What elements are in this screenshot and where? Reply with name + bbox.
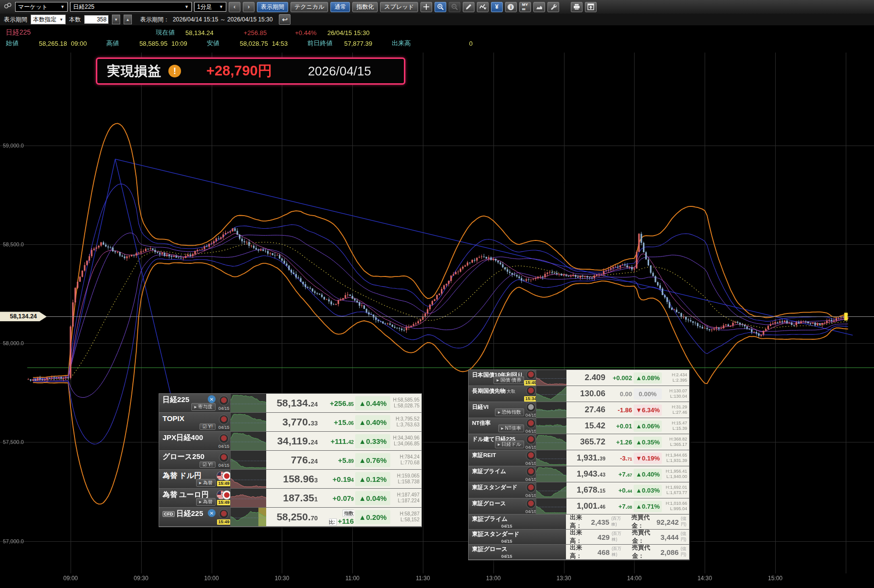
quote-list-item[interactable]: 為替 ドル円▸ 為替15:49158.963+0.194▲0.12%H:159.… — [159, 470, 421, 489]
zoom-out-button[interactable] — [449, 2, 460, 12]
quote-list-item[interactable]: CFD日経225✕15:4958,250.70指数比:+116▲0.20%H:5… — [159, 508, 421, 527]
row-time-label: 15:49 — [217, 481, 230, 486]
related-link-button[interactable]: ▸ 国債 債券 — [493, 376, 524, 384]
mini-sparkline — [536, 418, 566, 434]
yahoo-link-button[interactable]: ☑ Y! — [200, 423, 216, 430]
quote-list-item[interactable]: 東証グロース04/151,001.46+7.08▲0.71%H:1,010.66… — [469, 498, 689, 514]
quote-list-item[interactable]: 東証REIT04/151,931.39-3.71▼0.19%H:1,944.65… — [469, 450, 689, 466]
wrench-button[interactable] — [547, 2, 559, 12]
related-link-button[interactable]: ▸ NT倍率 — [498, 424, 524, 432]
related-link-button[interactable]: ▸ 恐怖指数 — [495, 408, 524, 416]
instrument-name-cell: NT倍率▸ NT倍率 — [469, 418, 526, 434]
interval-select[interactable]: 1分足▼ — [194, 2, 226, 12]
draw-pencil-button[interactable] — [463, 2, 474, 12]
volume-values: 出来高：468(百万株)売買代金：2,086(億円) — [566, 545, 689, 559]
market-select[interactable]: マーケット▼ — [15, 2, 68, 12]
instrument-name-cell: 長期国債先物大取 — [469, 386, 526, 402]
quote-list-item[interactable]: 東証スタンダード04/151,678.15+0.44▲0.03%H:1,692.… — [469, 482, 689, 498]
quote-list-item[interactable]: 東証プライム04/151,943.43+7.67▲0.40%H:1,956.41… — [469, 466, 689, 482]
nav-next-button[interactable]: › — [243, 2, 255, 12]
count-increment-button[interactable]: ▲ — [124, 15, 132, 24]
market-name-cell: 東証グロース04/15 — [469, 545, 566, 559]
toolbar-button-2[interactable]: テクニカル — [291, 2, 328, 12]
area-chart-button[interactable] — [533, 2, 545, 12]
mini-sparkline — [536, 450, 566, 466]
quote-list-item[interactable]: グロース250☑ Y!04/15776.24+5.89▲0.76%H:784.2… — [159, 451, 421, 470]
high-low-values: H:31.29L:27.46 — [663, 404, 689, 416]
toolbar-button-5[interactable]: スプレッド — [380, 2, 418, 12]
quote-list-item[interactable]: NT倍率▸ NT倍率04/1515.42+0.01▲0.06%H:15.47L:… — [469, 418, 689, 434]
last-price: 2.409 — [566, 373, 605, 383]
x-axis-label: 09:00 — [63, 575, 78, 582]
related-link-button[interactable]: ▸ 為替 — [196, 479, 216, 487]
last-price: 15.42 — [566, 421, 605, 431]
last-price: 58,250.70 — [266, 511, 318, 523]
high-low-values: H:1,944.65L:1,931.39 — [663, 453, 689, 464]
count-input[interactable] — [84, 15, 109, 24]
print-button[interactable] — [571, 2, 583, 12]
row-icon-cell: 04/15 — [218, 394, 230, 412]
trend-pointer-button[interactable] — [477, 2, 489, 12]
toolbar-button-1[interactable]: 表示期間 — [257, 2, 288, 12]
quote-list-item[interactable]: 長期国債先物大取15:34130.060.000.00%H:130.07L:13… — [469, 386, 689, 402]
link-icon[interactable] — [3, 2, 13, 12]
record-dot-icon — [526, 370, 536, 380]
turnover-value: 3,444 — [657, 533, 678, 541]
related-link-button[interactable]: ▸ 寄与度 — [191, 403, 216, 411]
turnover-value: 2,086 — [657, 548, 678, 556]
change-pct-badge: ▲0.20% — [355, 510, 390, 524]
instrument-name: 東証REIT — [472, 452, 496, 458]
quote-list-item[interactable]: TOPIX☑ Y!04/153,770.33+15.06▲0.40%H:3,79… — [159, 413, 421, 432]
zoom-in-button[interactable] — [435, 2, 446, 12]
change-pct-badge: ▲0.33% — [355, 434, 390, 448]
count-decrement-button[interactable]: ▼ — [112, 15, 120, 24]
period-mode-select[interactable]: 本数指定▼ — [31, 15, 66, 24]
instrument-name-cell: 日経VI▸ 恐怖指数 — [469, 402, 526, 418]
instrument-name-cell: 東証REIT — [469, 450, 526, 466]
nav-prev-button[interactable]: ‹ — [229, 2, 240, 12]
close-icon[interactable]: ✕ — [208, 395, 216, 403]
my-indicator-button[interactable]: MYᵻᵻᵻ — [519, 2, 531, 12]
instrument-name: JPX日経400 — [163, 433, 203, 441]
instrument-name-cell: 日経225▸ 寄与度✕ — [159, 394, 218, 412]
info-button[interactable]: i — [505, 2, 517, 12]
change-value: +1.26 — [605, 439, 632, 446]
toolbar-button-3[interactable]: 通常 — [330, 2, 350, 12]
related-link-button[interactable]: ▸ 日経ドル — [495, 441, 524, 448]
quote-list-item[interactable]: ドル建て日経225▸ 日経ドル04/15365.72+1.26▲0.35%H:3… — [469, 434, 689, 450]
change-value: +7.08 — [605, 503, 632, 510]
x-axis-label: 11:30 — [416, 575, 430, 582]
row-time-label: 04/15 — [526, 413, 537, 418]
high-low-values: H:2.434L:2.395 — [663, 372, 689, 384]
close-icon[interactable]: ✕ — [208, 509, 216, 517]
quote-list-item[interactable]: JPX日経40004/1534,119.24+111.42▲0.33%H:34,… — [159, 432, 421, 451]
row-values: 1,943.43+7.67▲0.40%H:1,956.41L:1,940.00 — [566, 466, 689, 482]
high-low-values: H:187.497L:187.224 — [392, 492, 421, 504]
toolbar-button-4[interactable]: 指数化 — [352, 2, 378, 12]
crosshair-button[interactable] — [420, 2, 432, 12]
volume-values: 出来高：429(百万株)売買代金：3,444(億円) — [566, 530, 689, 544]
related-link-button[interactable]: ▸ 為替 — [196, 498, 216, 506]
price-chart-canvas[interactable] — [0, 0, 874, 588]
instrument-name: NT倍率 — [472, 420, 491, 426]
quote-list-item[interactable]: 日経VI▸ 恐怖指数04/1527.46-1.86▼6.34%H:31.29L:… — [469, 402, 689, 418]
record-dot-icon — [219, 396, 229, 405]
alert-icon[interactable]: ! — [168, 65, 181, 77]
last-price: 1,678.15 — [566, 485, 605, 495]
quote-list-item[interactable]: 日本国債10年利回り▸ 国債 債券15:492.409+0.002▲0.08%H… — [469, 370, 689, 386]
instrument-name: 東証プライム — [472, 468, 506, 474]
quote-list-item[interactable]: 日経225▸ 寄与度✕04/1558,134.24+256.85▲0.44%H:… — [159, 394, 421, 413]
mini-sparkline — [230, 470, 266, 488]
instrument-name-cell: 為替 ドル円▸ 為替 — [159, 470, 218, 488]
symbol-select[interactable]: 日経225▼ — [70, 2, 192, 12]
change-value: +256.85 — [318, 399, 354, 407]
quote-list-item[interactable]: 為替 ユーロ円▸ 為替15:49187.351+0.079▲0.04%H:187… — [159, 489, 421, 508]
watchlist-panel: 日経225▸ 寄与度✕04/1558,134.24+256.85▲0.44%H:… — [159, 393, 422, 527]
export-window-button[interactable] — [585, 2, 597, 12]
pnl-amount: +28,790円 — [206, 61, 272, 81]
yahoo-link-button[interactable]: ☑ Y! — [200, 461, 216, 468]
yen-button[interactable]: ¥ — [491, 2, 503, 12]
record-dot-icon — [219, 415, 229, 424]
record-dot-icon — [219, 509, 229, 519]
reload-icon[interactable]: ↩ — [279, 14, 291, 25]
